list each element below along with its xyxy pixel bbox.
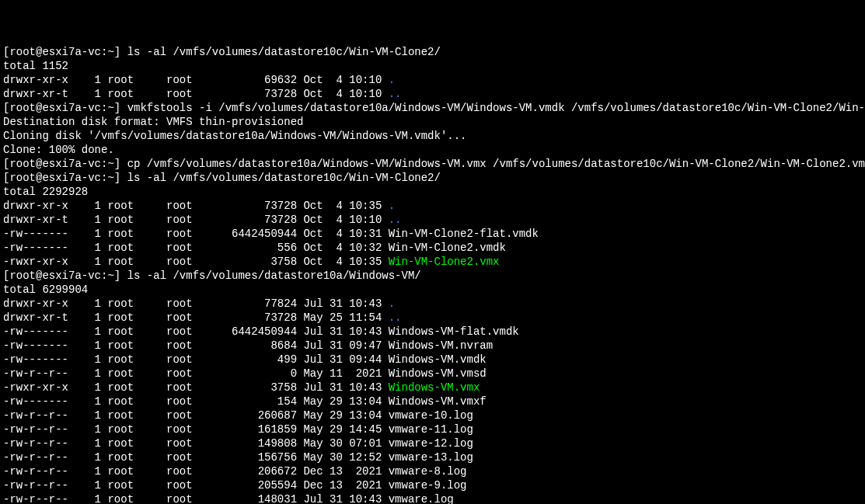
cmd-cp-vmx: [root@esxi7a-vc:~] cp /vmfs/volumes/data… [3,157,862,171]
ls-windows-vm-row-8: -rw-r--r-- 1 root root 260687 May 29 13:… [3,408,862,422]
shell-command: ls -al /vmfs/volumes/datastore10c/Win-VM… [127,46,441,58]
file-name: Windows-VM.vmsd [389,367,487,380]
shell-command: cp /vmfs/volumes/datastore10a/Windows-VM… [127,158,865,170]
shell-prompt: [root@esxi7a-vc:~] [3,46,120,58]
file-name: .. [389,311,402,324]
file-name: Windows-VM.nvram [389,339,493,352]
ls-windows-vm-row-3: -rw------- 1 root root 8684 Jul 31 09:47… [3,339,862,353]
ls-windows-vm-row-11: -rw-r--r-- 1 root root 156756 May 30 12:… [3,450,862,464]
file-name: .. [389,214,402,226]
shell-command: ls -al /vmfs/volumes/datastore10c/Win-VM… [127,172,441,184]
total-line: total 2292928 [3,185,862,199]
ls-windows-vm-row-7: -rw------- 1 root root 154 May 29 13:04 … [3,395,862,408]
ls-windows-vm-row-12: -rw-r--r-- 1 root root 206672 Dec 13 202… [3,464,862,478]
ls-clone2-full-row-4: -rwxr-xr-x 1 root root 3758 Oct 4 10:35 … [3,255,862,269]
ls-clone2-full-row-2: -rw------- 1 root root 6442450944 Oct 4 … [3,227,862,241]
cmd-ls-clone2-full: [root@esxi7a-vc:~] ls -al /vmfs/volumes/… [3,171,862,185]
file-name: . [389,200,395,212]
output-clone-done: Clone: 100% done. [3,143,862,157]
output-cloning: Cloning disk '/vmfs/volumes/datastore10a… [3,129,862,143]
shell-prompt: [root@esxi7a-vc:~] [3,269,120,282]
file-name: Windows-VM.vmx [389,381,480,394]
file-name: vmware-13.log [389,451,473,464]
file-name: vmware-9.log [389,479,467,492]
file-name: . [389,74,395,86]
ls-windows-vm-row-2: -rw------- 1 root root 6442450944 Jul 31… [3,325,862,339]
ls-windows-vm-row-10: -rw-r--r-- 1 root root 149808 May 30 07:… [3,436,862,450]
file-name: Windows-VM.vmdk [389,353,487,366]
shell-command: ls -al /vmfs/volumes/datastore10a/Window… [127,269,421,282]
total-line: total 6299904 [3,283,862,297]
ls-windows-vm-row-9: -rw-r--r-- 1 root root 161859 May 29 14:… [3,422,862,436]
output-dest-format: Destination disk format: VMFS thin-provi… [3,115,862,129]
file-name: vmware.log [389,493,454,504]
cmd-ls-clone2-empty: [root@esxi7a-vc:~] ls -al /vmfs/volumes/… [3,45,862,59]
ls-clone2-full-row-1: drwxr-xr-t 1 root root 73728 Oct 4 10:10… [3,213,862,227]
file-name: vmware-10.log [389,409,473,422]
shell-prompt: [root@esxi7a-vc:~] [3,172,120,184]
file-name: Windows-VM.vmxf [389,395,487,408]
ls-clone2-full-row-0: drwxr-xr-x 1 root root 73728 Oct 4 10:35… [3,199,862,213]
cmd-ls-windows-vm: [root@esxi7a-vc:~] ls -al /vmfs/volumes/… [3,269,862,283]
ls-windows-vm-row-0: drwxr-xr-x 1 root root 77824 Jul 31 10:4… [3,297,862,311]
shell-prompt: [root@esxi7a-vc:~] [3,158,120,170]
ls-clone2-full-row-3: -rw------- 1 root root 556 Oct 4 10:32 W… [3,241,862,255]
file-name: Windows-VM-flat.vmdk [389,325,519,338]
file-name: vmware-11.log [389,423,473,436]
ls-windows-vm-row-1: drwxr-xr-t 1 root root 73728 May 25 11:5… [3,311,862,325]
shell-prompt: [root@esxi7a-vc:~] [3,102,120,114]
file-name: vmware-12.log [389,437,473,450]
ls-windows-vm-row-6: -rwxr-xr-x 1 root root 3758 Jul 31 10:43… [3,381,862,395]
file-name: Win-VM-Clone2.vmdk [389,242,506,254]
cmd-vmkfstools: [root@esxi7a-vc:~] vmkfstools -i /vmfs/v… [3,101,862,115]
file-name: Win-VM-Clone2-flat.vmdk [389,228,539,240]
ls-windows-vm-row-13: -rw-r--r-- 1 root root 205594 Dec 13 202… [3,478,862,492]
ls-windows-vm-row-4: -rw------- 1 root root 499 Jul 31 09:44 … [3,353,862,367]
ls-windows-vm-row-5: -rw-r--r-- 1 root root 0 May 11 2021 Win… [3,367,862,381]
shell-command: vmkfstools -i /vmfs/volumes/datastore10a… [127,102,865,114]
ls-windows-vm-row-14: -rw-r--r-- 1 root root 148031 Jul 31 10:… [3,492,862,504]
total-line: total 1152 [3,59,862,73]
ls-clone2-empty-row-0: drwxr-xr-x 1 root root 69632 Oct 4 10:10… [3,73,862,87]
file-name: .. [389,88,402,100]
terminal-output[interactable]: [root@esxi7a-vc:~] ls -al /vmfs/volumes/… [3,45,862,504]
file-name: Win-VM-Clone2.vmx [389,255,500,268]
file-name: vmware-8.log [389,465,467,478]
ls-clone2-empty-row-1: drwxr-xr-t 1 root root 73728 Oct 4 10:10… [3,87,862,101]
file-name: . [389,297,395,310]
